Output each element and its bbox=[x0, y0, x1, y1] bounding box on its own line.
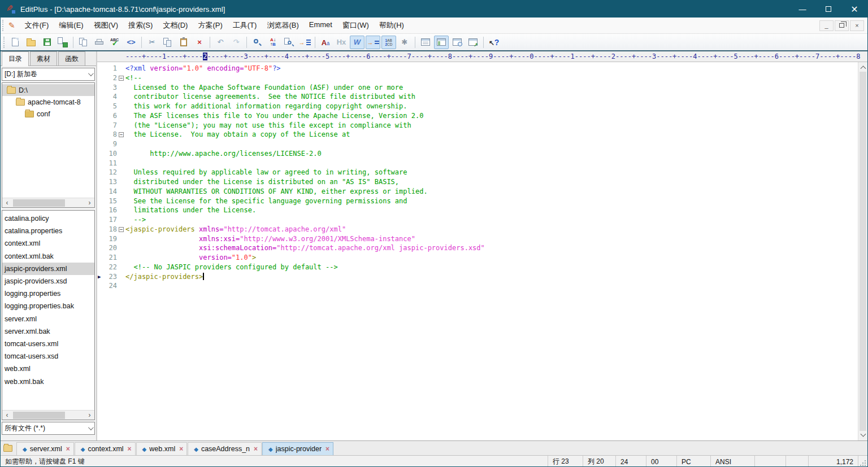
menu-item-8[interactable]: Emmet bbox=[304, 18, 337, 33]
menu-item-9[interactable]: 窗口(W) bbox=[337, 18, 374, 33]
code-line-6[interactable]: 6 The ASF licenses this file to You unde… bbox=[97, 111, 858, 121]
menu-item-3[interactable]: 搜索(S) bbox=[123, 18, 158, 33]
code-line-18[interactable]: 18−<jaspic-providers xmlns="http://tomca… bbox=[97, 225, 858, 234]
code-line-5[interactable]: 5 this work for additional information r… bbox=[97, 102, 858, 111]
scroll-left-icon[interactable]: ‹ bbox=[2, 411, 12, 420]
find-in-files-button[interactable] bbox=[281, 36, 296, 49]
spell-check-button[interactable]: ABC✓ bbox=[108, 36, 123, 49]
file-item-0[interactable]: catalina.policy bbox=[2, 212, 94, 225]
code-line-12[interactable]: 12 Unless required by applicable law or … bbox=[97, 168, 858, 177]
file-item-5[interactable]: jaspic-providers.xsd bbox=[2, 275, 94, 287]
file-item-11[interactable]: tomcat-users.xsd bbox=[2, 350, 94, 363]
doc-tab-0[interactable]: ◆server.xml× bbox=[16, 442, 74, 455]
drive-selector[interactable]: [D:] 新加卷 bbox=[2, 68, 95, 81]
file-item-10[interactable]: tomcat-users.xml bbox=[2, 338, 94, 350]
tree-item-1[interactable]: apache-tomcat-8 bbox=[2, 96, 94, 108]
scroll-right-icon[interactable]: › bbox=[85, 411, 94, 420]
code-line-14[interactable]: 14 WITHOUT WARRANTIES OR CONDITIONS OF A… bbox=[97, 187, 858, 197]
file-item-1[interactable]: catalina.properties bbox=[2, 225, 94, 237]
tree-horizontal-scrollbar[interactable]: ‹ › bbox=[2, 198, 94, 207]
menu-item-0[interactable]: 文件(F) bbox=[20, 18, 54, 33]
scroll-up-icon[interactable] bbox=[858, 62, 867, 72]
menu-item-6[interactable]: 工具(T) bbox=[228, 18, 262, 33]
directory-window-button[interactable] bbox=[434, 36, 449, 49]
line-numbers-button[interactable]: 1AB2CD bbox=[381, 36, 396, 49]
file-filter-selector[interactable]: 所有文件 (*.*) bbox=[2, 422, 95, 435]
set-font-button[interactable]: Aā bbox=[318, 36, 333, 49]
doc-tab-4[interactable]: ◆jaspic-provider× bbox=[262, 442, 333, 455]
replace-button[interactable]: A↓↑B bbox=[266, 36, 280, 49]
scrollbar-thumb[interactable] bbox=[13, 412, 65, 419]
code-line-24[interactable]: 24 bbox=[97, 281, 858, 291]
delete-button[interactable]: × bbox=[192, 36, 207, 49]
file-item-13[interactable]: web.xml.bak bbox=[2, 375, 94, 387]
cut-button[interactable]: ✂ bbox=[145, 36, 159, 49]
open-file-button[interactable] bbox=[24, 36, 38, 49]
close-tab-icon[interactable]: × bbox=[128, 445, 132, 453]
file-item-9[interactable]: server.xml.bak bbox=[2, 325, 94, 338]
code-line-17[interactable]: 17 --> bbox=[97, 215, 858, 225]
menu-item-10[interactable]: 帮助(H) bbox=[374, 18, 409, 33]
scroll-left-icon[interactable]: ‹ bbox=[2, 198, 12, 208]
print-button[interactable] bbox=[92, 36, 107, 49]
doc-tab-1[interactable]: ◆context.xml× bbox=[75, 442, 136, 455]
close-tab-icon[interactable]: × bbox=[66, 445, 70, 453]
code-line-22[interactable]: 22 <!-- No JASPIC providers configured b… bbox=[97, 263, 858, 272]
code-editor[interactable]: 1<?xml version="1.0" encoding="UTF-8"?>2… bbox=[97, 62, 858, 440]
code-line-2[interactable]: 2−<!-- bbox=[97, 73, 858, 83]
menu-item-1[interactable]: 编辑(E) bbox=[54, 18, 88, 33]
code-line-8[interactable]: 8− the License. You may obtain a copy of… bbox=[97, 130, 858, 139]
mdi-close-button[interactable]: × bbox=[850, 20, 864, 31]
output-window-button[interactable] bbox=[450, 36, 465, 49]
scroll-down-icon[interactable] bbox=[858, 431, 867, 440]
code-line-23[interactable]: ▶23</jaspic-providers> bbox=[97, 272, 858, 282]
undo-button[interactable]: ↶ bbox=[213, 36, 228, 49]
scroll-right-icon[interactable]: › bbox=[85, 198, 94, 208]
file-item-2[interactable]: context.xml bbox=[2, 237, 94, 250]
close-tab-icon[interactable]: × bbox=[179, 445, 183, 453]
fold-minus-icon[interactable]: − bbox=[119, 132, 124, 137]
close-tab-icon[interactable]: × bbox=[254, 445, 258, 453]
code-line-13[interactable]: 13 distributed under the License is dist… bbox=[97, 177, 858, 187]
fold-toggle[interactable]: − bbox=[117, 73, 125, 83]
code-line-11[interactable]: 11 bbox=[97, 159, 858, 168]
code-line-4[interactable]: 4 contributor license agreements. See th… bbox=[97, 92, 858, 102]
code-line-19[interactable]: 19 xmlns:xsi="http://www.w3.org/2001/XML… bbox=[97, 234, 858, 244]
fold-toggle[interactable]: − bbox=[117, 130, 125, 139]
browser-window-button[interactable] bbox=[466, 36, 480, 49]
file-item-12[interactable]: web.xml bbox=[2, 363, 94, 375]
tree-item-2[interactable]: conf bbox=[2, 108, 94, 120]
context-help-button[interactable]: ↖? bbox=[487, 36, 501, 49]
fold-minus-icon[interactable]: − bbox=[119, 76, 124, 81]
copy-button[interactable] bbox=[160, 36, 175, 49]
mdi-minimize-button[interactable]: _ bbox=[819, 20, 834, 31]
resize-grip[interactable] bbox=[858, 456, 867, 467]
doc-tab-2[interactable]: ◆web.xml× bbox=[136, 442, 188, 455]
sidebar-tab-1[interactable]: 素材 bbox=[30, 51, 57, 66]
menu-item-7[interactable]: 浏览器(B) bbox=[262, 18, 303, 33]
code-line-20[interactable]: 20 xsi:schemaLocation="http://tomcat.apa… bbox=[97, 243, 858, 253]
file-item-4[interactable]: jaspic-providers.xml bbox=[2, 263, 94, 275]
menu-item-5[interactable]: 方案(P) bbox=[193, 18, 227, 33]
menu-item-4[interactable]: 文档(D) bbox=[158, 18, 193, 33]
code-line-1[interactable]: 1<?xml version="1.0" encoding="UTF-8"?> bbox=[97, 64, 858, 73]
save-button[interactable] bbox=[40, 36, 54, 49]
preferences-button[interactable]: ✱ bbox=[397, 36, 412, 49]
find-button[interactable] bbox=[250, 36, 264, 49]
code-line-21[interactable]: 21 version="1.0"> bbox=[97, 253, 858, 263]
fold-toggle[interactable]: − bbox=[117, 225, 125, 234]
save-all-button[interactable] bbox=[55, 36, 70, 49]
filelist-horizontal-scrollbar[interactable]: ‹ › bbox=[2, 410, 94, 420]
code-line-3[interactable]: 3 Licensed to the Apache Software Founda… bbox=[97, 83, 858, 93]
minimize-button[interactable]: — bbox=[789, 1, 815, 18]
sidebar-tab-0[interactable]: 目录 bbox=[2, 51, 29, 66]
code-line-16[interactable]: 16 limitations under the License. bbox=[97, 206, 858, 215]
tree-item-0[interactable]: D:\ bbox=[2, 84, 94, 96]
document-list-button[interactable] bbox=[2, 442, 16, 455]
mdi-restore-button[interactable] bbox=[835, 20, 849, 31]
new-file-button[interactable] bbox=[8, 36, 23, 49]
file-item-3[interactable]: context.xml.bak bbox=[2, 250, 94, 263]
paste-button[interactable] bbox=[176, 36, 191, 49]
hex-viewer-button[interactable]: Hx bbox=[334, 36, 349, 49]
sidebar-tab-2[interactable]: 函数 bbox=[58, 51, 85, 66]
